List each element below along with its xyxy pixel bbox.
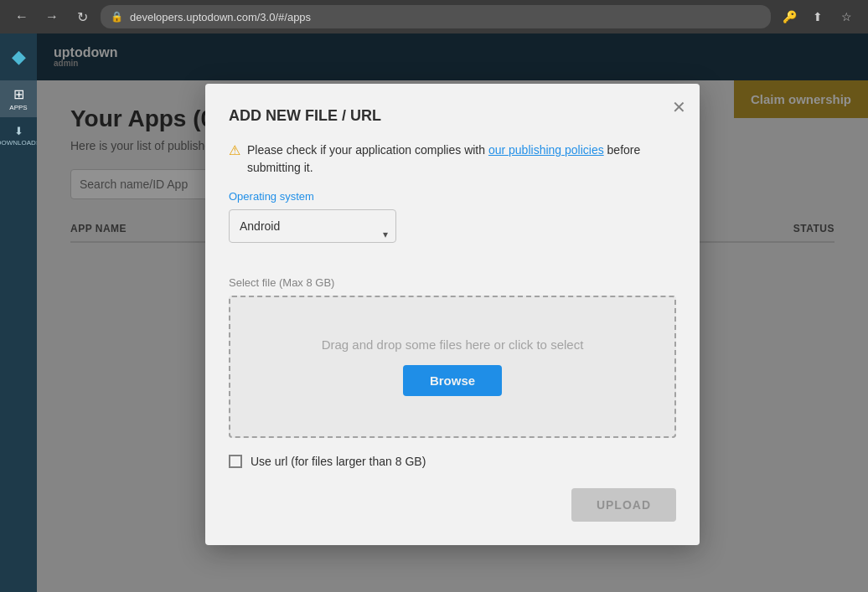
modal-title: ADD NEW FILE / URL (229, 107, 676, 125)
url-text: developers.uptodown.com/3.0/#/apps (130, 11, 311, 23)
modal-close-button[interactable]: ✕ (672, 97, 686, 117)
warning-icon: ⚠ (229, 142, 240, 158)
os-label: Operating system (229, 190, 676, 203)
sidebar: ◆ ⊞ APPS ⬇ DOWNLOADS (0, 33, 37, 592)
refresh-button[interactable]: ↻ (70, 5, 94, 28)
os-select[interactable]: Android Windows iOS macOS (229, 209, 396, 243)
sidebar-item-downloads[interactable]: ⬇ DOWNLOADS (0, 117, 37, 154)
downloads-label: DOWNLOADS (0, 139, 40, 147)
warning-box: ⚠ Please check if your application compl… (229, 142, 676, 177)
downloads-icon: ⬇ (14, 125, 23, 137)
url-checkbox-label[interactable]: Use url (for files larger than 8 GB) (251, 455, 426, 468)
app-container: ◆ ⊞ APPS ⬇ DOWNLOADS uptodown admin Clai… (0, 33, 868, 592)
sidebar-item-apps[interactable]: ⊞ APPS (0, 80, 37, 117)
drop-zone-text: Drag and drop some files here or click t… (322, 337, 584, 352)
file-select-label: Select file (Max 8 GB) (229, 276, 676, 289)
share-button[interactable]: ⬆ (806, 5, 829, 28)
browse-button[interactable]: Browse (403, 365, 502, 396)
publishing-policies-link[interactable]: our publishing policies (488, 143, 604, 157)
url-checkbox[interactable] (229, 455, 242, 468)
browser-chrome: ← → ↻ 🔒 developers.uptodown.com/3.0/#/ap… (0, 0, 868, 33)
url-checkbox-row: Use url (for files larger than 8 GB) (229, 455, 676, 468)
forward-button[interactable]: → (40, 5, 64, 28)
bookmark-button[interactable]: ☆ (834, 5, 858, 28)
drop-zone[interactable]: Drag and drop some files here or click t… (229, 296, 676, 438)
apps-icon: ⊞ (13, 86, 24, 102)
address-bar[interactable]: 🔒 developers.uptodown.com/3.0/#/apps (101, 5, 771, 28)
warning-before-link: Please check if your application complie… (247, 143, 488, 157)
warning-text: Please check if your application complie… (247, 142, 676, 177)
lock-icon: 🔒 (111, 11, 123, 23)
back-button[interactable]: ← (10, 5, 34, 28)
modal-footer: UPLOAD (229, 488, 676, 522)
profile-button[interactable]: 🔑 (778, 5, 801, 28)
logo-icon: ◆ (12, 46, 26, 68)
add-file-modal: ADD NEW FILE / URL ✕ ⚠ Please check if y… (205, 84, 700, 545)
apps-label: APPS (9, 104, 27, 111)
modal-backdrop: ADD NEW FILE / URL ✕ ⚠ Please check if y… (37, 33, 868, 592)
main-content: uptodown admin Claim ownership Your Apps… (37, 33, 868, 592)
sidebar-logo: ◆ (0, 33, 37, 80)
browser-actions: 🔑 ⬆ ☆ (778, 5, 858, 28)
os-select-wrapper: Android Windows iOS macOS ▾ (229, 209, 396, 260)
upload-button[interactable]: UPLOAD (571, 488, 676, 522)
